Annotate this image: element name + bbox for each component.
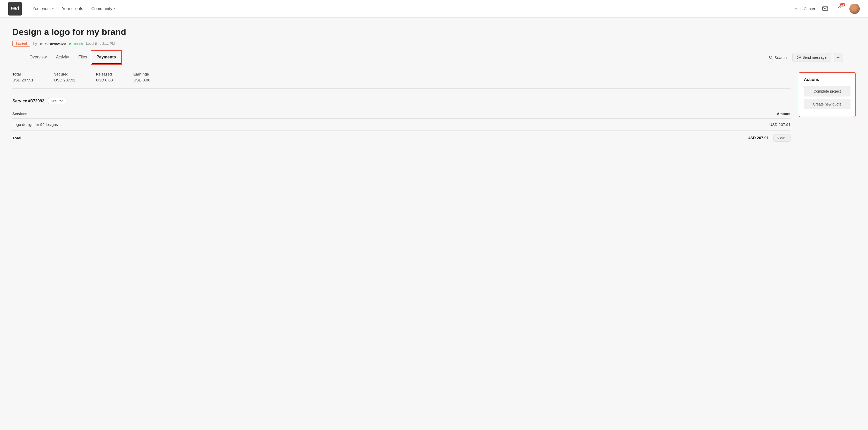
page-header: Design a logo for my brand Started by mi… (0, 18, 868, 64)
actions-panel: Actions Complete project Create new quot… (799, 72, 856, 117)
earnings-value: USD 0.00 (133, 78, 150, 82)
col-amount: Amount (412, 109, 790, 119)
total-footer-amount: USD 207.91 View › (412, 131, 790, 146)
service-table: Services Amount Logo design for 99design… (12, 109, 790, 145)
by-label: by (33, 41, 37, 46)
payment-summary: Total USD 207.91 Secured USD 207.91 Rele… (12, 72, 790, 89)
tab-bar-right: Search Send message ··· (766, 53, 843, 62)
more-options-button[interactable]: ··· (834, 53, 843, 62)
tab-overview[interactable]: Overview (25, 51, 52, 64)
status-badge: Started (12, 40, 30, 47)
local-time: Local time 2:11 PM (86, 41, 115, 46)
message-icon (797, 55, 801, 59)
notification-badge: 16 (840, 3, 845, 6)
summary-released: Released USD 0.00 (96, 72, 113, 82)
project-meta: Started by mikerowewave online Local tim… (12, 40, 856, 47)
released-label: Released (96, 72, 113, 76)
tab-files[interactable]: Files (74, 51, 92, 64)
svg-point-3 (797, 56, 801, 59)
send-message-label: Send message (802, 55, 827, 59)
nav-your-clients[interactable]: Your clients (58, 4, 87, 13)
released-value: USD 0.00 (96, 78, 113, 82)
totals-row: Total USD 207.91 View › (12, 131, 790, 146)
total-label: Total (12, 72, 34, 76)
nav-community[interactable]: Community ▾ (88, 4, 119, 13)
navbar-right: Help Center 16 (795, 4, 860, 14)
line-item-label: Logo design for 99designs (12, 119, 412, 131)
online-label: online (74, 41, 83, 46)
svg-line-2 (772, 58, 773, 59)
chevron-down-icon: ▾ (52, 7, 54, 10)
total-amount-value: USD 207.91 (748, 136, 769, 140)
create-new-quote-button[interactable]: Create new quote (804, 99, 850, 109)
total-value: USD 207.91 (12, 78, 34, 82)
nav-links: Your work ▾ Your clients Community ▾ (29, 4, 795, 13)
messages-icon-button[interactable] (820, 4, 830, 13)
brand-logo[interactable]: 99d (8, 2, 22, 16)
nav-your-clients-label: Your clients (62, 6, 83, 11)
send-message-button[interactable]: Send message (792, 53, 831, 62)
summary-total: Total USD 207.91 (12, 72, 34, 82)
secured-value: USD 207.91 (54, 78, 75, 82)
user-avatar[interactable] (849, 4, 860, 14)
total-footer-label: Total (12, 131, 412, 146)
nav-community-label: Community (91, 6, 113, 11)
project-title: Design a logo for my brand (12, 27, 856, 37)
complete-project-button[interactable]: Complete project (804, 86, 850, 96)
nav-your-work[interactable]: Your work ▾ (29, 4, 57, 13)
summary-secured: Secured USD 207.91 (54, 72, 75, 82)
main-content: Total USD 207.91 Secured USD 207.91 Rele… (0, 64, 868, 153)
tab-bar: Overview Activity Files Payments Search … (12, 51, 856, 64)
summary-earnings: Earnings USD 0.00 (133, 72, 150, 82)
secured-label: Secured (54, 72, 75, 76)
earnings-label: Earnings (133, 72, 150, 76)
service-section: Service #372092 Secured Services Amount … (12, 96, 790, 145)
search-label: Search (774, 55, 787, 60)
online-dot (69, 43, 71, 45)
service-title: Service #372092 (12, 99, 44, 104)
service-header: Service #372092 Secured (12, 96, 790, 104)
help-center-link[interactable]: Help Center (795, 6, 815, 11)
table-row: Logo design for 99designs USD 207.91 (12, 119, 790, 131)
service-status-badge: Secured (48, 98, 66, 104)
search-icon (769, 55, 773, 59)
navbar: 99d Your work ▾ Your clients Community ▾… (0, 0, 868, 18)
svg-rect-0 (823, 7, 828, 10)
actions-title: Actions (804, 77, 850, 82)
project-username: mikerowewave (40, 41, 66, 46)
col-services: Services (12, 109, 412, 119)
view-label: View (777, 136, 784, 140)
nav-your-work-label: Your work (33, 6, 51, 11)
line-item-amount: USD 207.91 (412, 119, 790, 131)
chevron-down-icon: ▾ (114, 7, 115, 10)
avatar-image (849, 4, 860, 14)
content-left: Total USD 207.91 Secured USD 207.91 Rele… (12, 72, 790, 145)
tab-activity[interactable]: Activity (52, 51, 74, 64)
search-button[interactable]: Search (766, 54, 789, 61)
chevron-right-icon: › (785, 136, 786, 140)
tab-payments[interactable]: Payments (92, 51, 121, 64)
notifications-icon-button[interactable]: 16 (835, 4, 844, 13)
view-button[interactable]: View › (773, 134, 790, 142)
tab-bar-left: Overview Activity Files Payments (25, 51, 766, 64)
